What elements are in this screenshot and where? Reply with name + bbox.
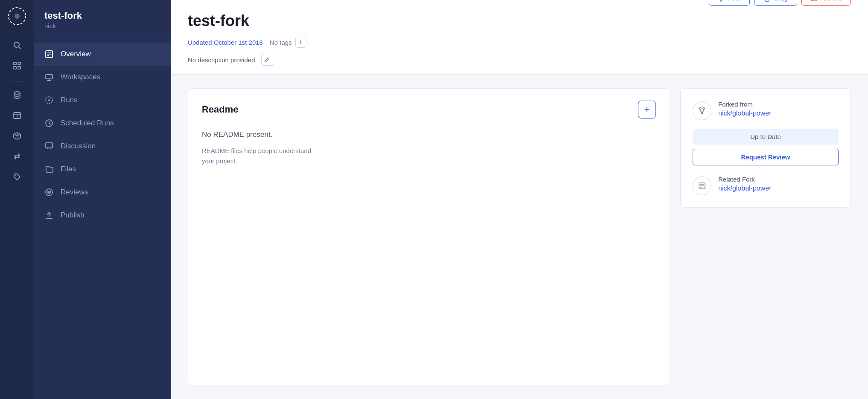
svg-point-1 [15,14,20,19]
grid-icon[interactable] [8,56,26,75]
overview-icon [44,49,54,59]
svg-rect-23 [46,143,52,148]
archive-button[interactable]: Archive [801,0,851,6]
sidebar-header: test-fork nick [34,0,171,38]
svg-point-37 [701,112,703,114]
readme-header: Readme + [202,101,656,119]
sidebar-item-label: Publish [61,211,84,220]
svg-rect-6 [14,66,16,69]
tag-icon[interactable] [8,168,26,186]
no-tags-label: No tags [270,39,292,46]
app-logo[interactable] [8,7,26,26]
fork-icon [693,101,711,120]
sidebar-item-workspaces[interactable]: Workspaces [34,66,171,89]
updated-date: Updated October 1st 2018 [188,39,263,46]
sidebar-item-label: Overview [61,50,91,58]
related-fork-label: Related Fork [718,176,772,183]
readme-empty-desc: README files help people understandyour … [202,146,656,166]
page-title: test-fork [188,12,306,30]
sidebar-item-label: Reviews [61,188,88,197]
svg-point-36 [703,108,705,110]
sidebar-item-label: Discussion [61,142,96,150]
transfer-icon[interactable] [8,147,26,166]
sidebar-item-scheduled-runs[interactable]: Scheduled Runs [34,112,171,135]
sidebar-nav: Overview Workspaces Runs [34,38,171,399]
svg-point-21 [48,99,50,101]
sidebar-item-publish[interactable]: Publish [34,204,171,227]
table-icon[interactable] [8,106,26,125]
cube-icon[interactable] [8,127,26,145]
related-fork-link[interactable]: nick/global-power [718,185,772,192]
forked-from-link[interactable]: nick/global-power [718,110,772,117]
svg-point-26 [48,191,50,193]
related-fork-details: Related Fork nick/global-power [718,176,772,192]
request-review-label: Request Review [741,153,790,161]
fork-info-card: Forked from nick/global-power Up to Date… [680,88,851,208]
sidebar-item-label: Files [61,165,76,173]
svg-point-31 [720,0,722,1]
sidebar-item-label: Workspaces [61,73,100,81]
edit-description-button[interactable] [261,54,273,66]
svg-point-8 [14,92,20,94]
action-buttons: Fork Copy Archive [709,0,851,12]
fork-button-label: Fork [728,0,741,2]
svg-point-35 [699,108,701,110]
rail-divider [9,81,26,81]
database-icon[interactable] [8,86,26,104]
up-to-date-label: Up to Date [750,133,781,140]
request-review-button[interactable]: Request Review [693,149,839,165]
readme-card: Readme + No README present. README files… [188,88,670,385]
related-fork-icon [693,176,711,195]
fork-details: Forked from nick/global-power [718,101,772,117]
copy-button-label: Copy [773,0,788,2]
svg-rect-5 [18,62,20,65]
main-content: test-fork Updated October 1st 2018 No ta… [171,0,868,399]
svg-rect-4 [14,62,16,65]
sidebar-item-label: Scheduled Runs [61,119,114,127]
main-header: test-fork Updated October 1st 2018 No ta… [171,0,868,75]
reviews-icon [44,188,54,197]
svg-rect-7 [18,66,20,69]
forked-from-row: Forked from nick/global-power [693,101,839,120]
discussion-icon [44,142,54,151]
description-text: No description provided. [188,56,257,64]
meta-row: Updated October 1st 2018 No tags + [188,37,306,48]
add-tag-button[interactable]: + [295,37,306,48]
main-body: Readme + No README present. README files… [171,75,868,399]
forked-from-label: Forked from [718,101,772,108]
fork-button[interactable]: Fork [709,0,750,6]
search-icon[interactable] [8,36,26,55]
runs-icon [44,95,54,105]
svg-rect-17 [46,75,52,79]
icon-rail [0,0,34,399]
svg-point-12 [15,175,16,176]
sidebar-item-reviews[interactable]: Reviews [34,181,171,204]
description-row: No description provided. [188,54,306,74]
related-fork-row: Related Fork nick/global-power [693,176,839,195]
readme-title: Readme [202,104,239,115]
scheduled-runs-icon [44,119,54,128]
sidebar-project-name: test-fork [44,10,160,21]
up-to-date-button: Up to Date [693,129,839,145]
sidebar-item-discussion[interactable]: Discussion [34,135,171,158]
archive-button-label: Archive [821,0,842,2]
readme-empty-title: No README present. [202,130,656,139]
sidebar: test-fork nick Overview [34,0,171,399]
svg-line-3 [19,47,21,49]
tags-section: No tags + [270,37,306,48]
sidebar-item-files[interactable]: Files [34,158,171,181]
files-icon [44,165,54,174]
publish-icon [44,211,54,220]
sidebar-user-name: nick [44,22,160,29]
sidebar-item-overview[interactable]: Overview [34,43,171,66]
copy-button[interactable]: Copy [754,0,797,6]
svg-rect-32 [765,0,769,1]
sidebar-item-runs[interactable]: Runs [34,89,171,112]
workspaces-icon [44,72,54,82]
add-readme-button[interactable]: + [638,101,656,119]
sidebar-item-label: Runs [61,96,78,104]
